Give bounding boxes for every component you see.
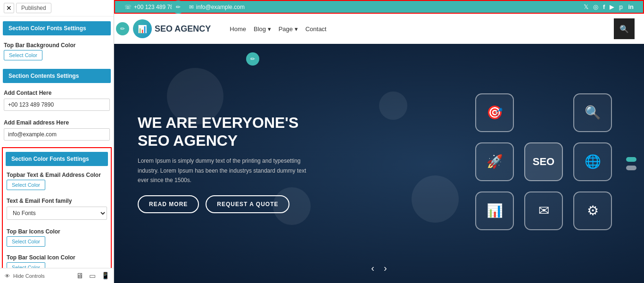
search-icon: 🔍 [619, 25, 629, 33]
topbar-email: ✉ info@example.com [189, 4, 245, 10]
hero-description: Lorem Ipsum is simply dummy text of the … [138, 156, 317, 185]
twitter-icon: 𝕏 [584, 3, 588, 10]
facebook-icon: f [603, 3, 605, 10]
section-color-fonts-top: Section Color Fonts Settings [0, 17, 114, 38]
add-email-label: Add Email address Here [0, 117, 114, 127]
indicator-2 [626, 166, 636, 170]
email-address: info@example.com [196, 4, 245, 10]
nav-home[interactable]: Home [230, 25, 246, 33]
logo-text: SEO AGENCY [155, 24, 211, 34]
top-bar-social-label: Top Bar Social Icon Color [3, 251, 111, 262]
nav-blog[interactable]: Blog ▾ [254, 25, 271, 33]
hero-icon-email: ✉ [524, 191, 563, 230]
topbar-text-color-section: Topbar Text & Email Address Color Select… [3, 168, 111, 194]
carousel-next[interactable]: › [384, 263, 387, 274]
carousel-prev[interactable]: ‹ [371, 263, 374, 274]
hero-icon-globe: 🌐 [573, 142, 612, 181]
hero-icon-chart: 📊 [475, 191, 514, 230]
section-color-fonts-button-top[interactable]: Section Color Fonts Settings [3, 21, 111, 35]
close-button[interactable]: ✕ [4, 3, 14, 13]
bokeh-3 [379, 92, 407, 120]
top-bar-bg-color-label: Top Bar Background Color [0, 39, 114, 50]
hero-icon-grid: 🎯 🔍 🚀 SEO 🌐 📊 ✉ ⚙ [475, 93, 616, 234]
top-bar-bg-color-section: Top Bar Background Color Select Color [0, 38, 114, 64]
bottom-bar: 👁 Hide Controls 🖥 ▭ 📱 [0, 268, 114, 283]
topbar-edit-pencil[interactable]: ✏ [172, 0, 185, 14]
nav-search-button[interactable]: 🔍 [614, 18, 635, 39]
carousel-nav: ‹ › [371, 263, 387, 274]
top-bar-icons-label: Top Bar Icons Color [3, 225, 111, 236]
logo-icon: 📊 [133, 19, 152, 38]
hero-buttons: READ MORE REQUEST A QUOTE [138, 195, 317, 213]
top-bar-bg-select-color-button[interactable]: Select Color [4, 50, 42, 60]
linkedin-icon: in [628, 3, 634, 10]
top-bar-icons-section: Top Bar Icons Color Select Color [3, 225, 111, 250]
nav-page[interactable]: Page ▾ [279, 25, 298, 33]
top-bar-icons-color-button[interactable]: Select Color [7, 236, 45, 247]
topbar-text-color-button[interactable]: Select Color [7, 180, 45, 190]
section-contents-settings: Section Contents Settings [0, 64, 114, 86]
nav-contact[interactable]: Contact [305, 25, 327, 33]
hero-edit-pencil[interactable]: ✏ [246, 52, 259, 66]
desktop-view-icon[interactable]: 🖥 [76, 272, 83, 280]
section-contents-button[interactable]: Section Contents Settings [3, 69, 111, 83]
hero-icon-rocket: 🚀 [475, 142, 514, 181]
hero-icon-empty1 [524, 93, 563, 132]
hero-seo-badge: SEO [524, 142, 563, 181]
font-family-select[interactable]: No Fonts [7, 207, 107, 220]
hero-icon-gear: ⚙ [573, 191, 612, 230]
hero-content: WE ARE EVERYONE'S SEO AGENCY Lorem Ipsum… [114, 95, 340, 233]
hero-title-line1: WE ARE EVERYONE'S [138, 114, 317, 132]
add-email-section: Add Email address Here [0, 116, 114, 145]
hero-icon-target: 🎯 [475, 93, 514, 132]
topbar-social: 𝕏 ◎ f ▶ 𝕡 in [584, 3, 634, 10]
hero-section: ✏ WE ARE EVERYONE'S SEO AGENCY Lorem Ips… [114, 44, 644, 283]
read-more-button[interactable]: READ MORE [138, 195, 199, 213]
font-family-section: Text & Email Font family No Fonts [3, 194, 111, 225]
contact-input[interactable] [4, 99, 110, 111]
email-input[interactable] [4, 128, 110, 141]
right-content: ☏ +00 123 489 7890 ✉ info@example.com 𝕏 … [114, 0, 644, 283]
published-badge: Published [16, 3, 51, 13]
section-color-fonts-button-bottom[interactable]: Section Color Fonts Settings [6, 152, 108, 166]
font-family-label: Text & Email Font family [3, 195, 111, 206]
hero-icon-search: 🔍 [573, 93, 612, 132]
section-color-fonts-red-box: Section Color Fonts Settings Topbar Text… [2, 147, 112, 280]
phone-icon: ☏ [124, 4, 132, 10]
nav-edit-pencil[interactable]: ✏ [116, 22, 129, 35]
indicator-1 [626, 157, 636, 162]
site-nav: ✏ 📊 SEO AGENCY Home Blog ▾ Page ▾ Contac… [114, 14, 644, 44]
pinterest-icon: 𝕡 [619, 3, 623, 10]
email-icon: ✉ [189, 4, 194, 10]
instagram-icon: ◎ [593, 3, 598, 10]
topbar-text-color-label: Topbar Text & Email Address Color [3, 169, 111, 180]
nav-links: Home Blog ▾ Page ▾ Contact [230, 25, 604, 33]
left-panel: ✕ Published Section Color Fonts Settings… [0, 0, 114, 283]
mobile-view-icon[interactable]: 📱 [101, 272, 109, 280]
hero-title: WE ARE EVERYONE'S SEO AGENCY [138, 114, 317, 150]
panel-header: ✕ Published [0, 0, 114, 17]
hero-title-line2: SEO AGENCY [138, 132, 317, 150]
add-contact-section: Add Contact Here [0, 86, 114, 116]
side-indicators [626, 157, 636, 170]
hide-controls-button[interactable]: 👁 Hide Controls [5, 273, 45, 279]
bokeh-4 [412, 175, 459, 223]
youtube-icon: ▶ [610, 3, 614, 10]
request-quote-button[interactable]: REQUEST A QUOTE [206, 195, 289, 213]
site-topbar: ☏ +00 123 489 7890 ✉ info@example.com 𝕏 … [114, 0, 644, 14]
tablet-view-icon[interactable]: ▭ [89, 272, 96, 280]
add-contact-label: Add Contact Here [0, 87, 114, 98]
site-logo: 📊 SEO AGENCY [133, 19, 211, 38]
